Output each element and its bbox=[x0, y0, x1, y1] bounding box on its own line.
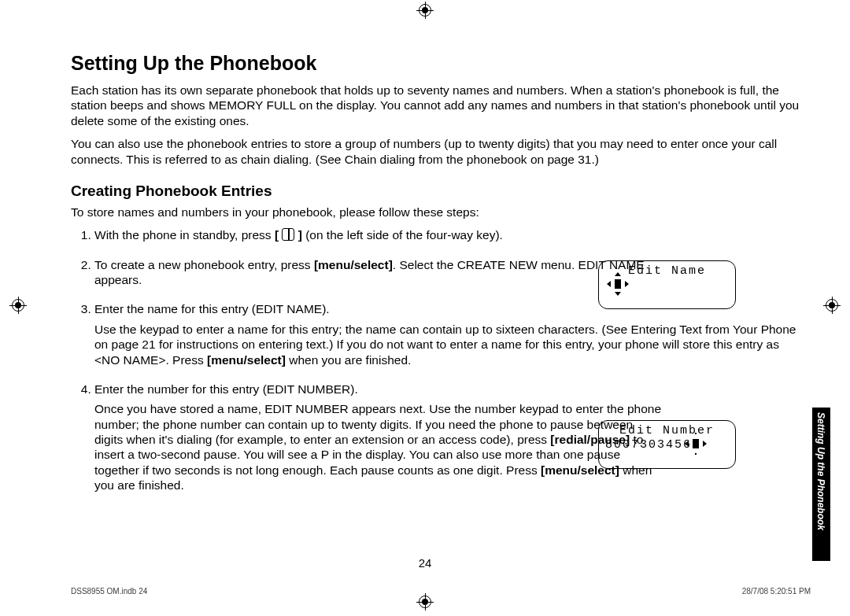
lcd2-line2: 8007303456 bbox=[605, 438, 692, 452]
step-3b-menu-select: [menu/select] bbox=[207, 353, 286, 367]
side-tab-label: Setting Up the Phonebook bbox=[816, 412, 826, 530]
lcd2-line2-row: 8007303456 bbox=[605, 438, 729, 452]
registration-mark-bottom bbox=[416, 593, 434, 610]
step-2-text-a: To create a new phonebook entry, press bbox=[94, 258, 314, 271]
lcd1-line2 bbox=[605, 278, 729, 293]
step-3b-text-c: when you are finished. bbox=[286, 353, 411, 367]
section-subtitle: Creating Phonebook Entries bbox=[71, 183, 811, 200]
section-intro: To store names and numbers in your phone… bbox=[71, 205, 811, 219]
step-4-text-a: Enter the number for this entry (EDIT NU… bbox=[94, 382, 358, 396]
step-3-text-a: Enter the name for this entry (EDIT NAME… bbox=[94, 302, 330, 315]
registration-mark-top bbox=[416, 2, 434, 19]
step-4-subtext: Once you have stored a name, EDIT NUMBER… bbox=[94, 401, 661, 492]
registration-mark-right bbox=[823, 297, 841, 314]
side-tab: Setting Up the Phonebook bbox=[812, 408, 830, 561]
step-1-text-d: (on the left side of the four-way key). bbox=[302, 228, 503, 242]
phonebook-icon bbox=[282, 228, 294, 241]
cursor-icon-2 bbox=[692, 438, 700, 449]
step-2-menu-select: [menu/select] bbox=[314, 258, 393, 271]
step-3-subtext: Use the keypad to enter a name for this … bbox=[94, 322, 803, 367]
intro-paragraph-1: Each station has its own separate phoneb… bbox=[71, 83, 811, 128]
registration-mark-left bbox=[9, 297, 27, 314]
page-title: Setting Up the Phonebook bbox=[71, 52, 811, 75]
step-3b-text-a: Use the keypad to enter a name for this … bbox=[94, 323, 796, 367]
footer-file-info: DSS8955 OM.indb 24 bbox=[71, 587, 147, 596]
lcd2-line1: Edit Number bbox=[605, 424, 729, 438]
step-1-text-a: With the phone in standby, press bbox=[94, 228, 275, 242]
page-number: 24 bbox=[0, 556, 850, 570]
lcd1-line1: Edit Name bbox=[605, 264, 729, 278]
lcd-edit-name: Edit Name bbox=[598, 260, 736, 309]
step-1-bracket-open: [ bbox=[275, 228, 282, 242]
lcd-edit-number: Edit Number 8007303456 bbox=[598, 420, 736, 469]
step-1: With the phone in standby, press [ ] (on… bbox=[94, 227, 811, 242]
step-3: Enter the name for this entry (EDIT NAME… bbox=[94, 301, 811, 367]
cursor-icon bbox=[614, 278, 622, 290]
footer-timestamp: 28/7/08 5:20:51 PM bbox=[742, 587, 811, 596]
step-1-bracket-close: ] bbox=[294, 228, 301, 242]
intro-paragraph-2: You can also use the phonebook entries t… bbox=[71, 136, 811, 167]
